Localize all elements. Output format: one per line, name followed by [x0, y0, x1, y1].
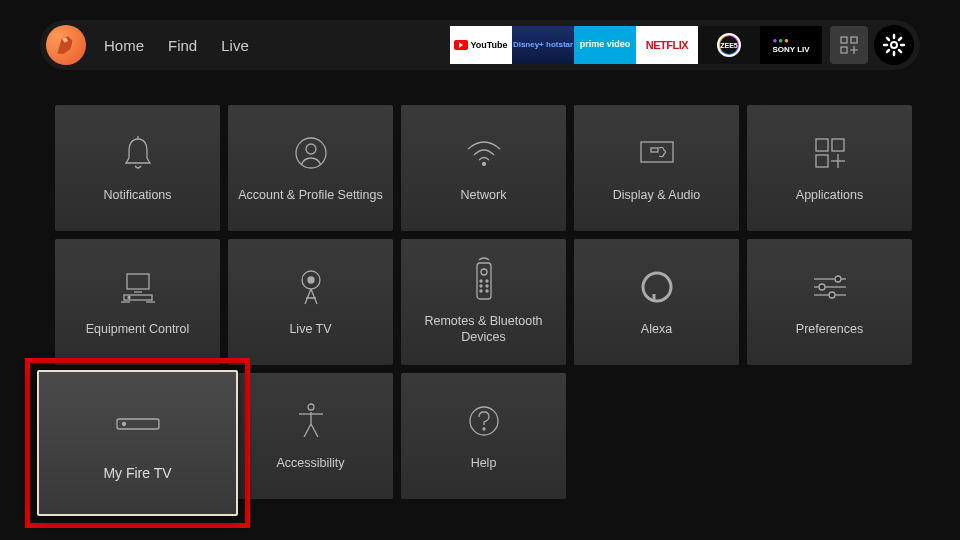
svg-rect-15 [127, 274, 149, 289]
antenna-icon [295, 267, 327, 307]
svg-point-26 [486, 280, 488, 282]
tile-label: Accessibility [276, 455, 344, 471]
profile-avatar[interactable] [46, 25, 86, 65]
tile-help[interactable]: Help [401, 373, 566, 499]
tile-preferences[interactable]: Preferences [747, 239, 912, 365]
svg-point-25 [480, 280, 482, 282]
svg-point-30 [486, 290, 488, 292]
app-sonyliv[interactable]: ●●●SONY LIV [760, 26, 822, 64]
svg-point-3 [891, 42, 897, 48]
firetv-device-icon [113, 404, 163, 444]
svg-rect-9 [651, 148, 658, 152]
tile-label: Alexa [641, 321, 672, 337]
app-netflix-label: NETFLIX [646, 39, 688, 51]
tile-label: Network [461, 187, 507, 203]
selection-highlight: My Fire TV [25, 358, 250, 528]
help-icon [467, 401, 501, 441]
tile-label: My Fire TV [103, 464, 171, 482]
app-zee5-label: ZEE5 [720, 36, 738, 54]
svg-rect-12 [816, 155, 828, 167]
svg-point-38 [308, 404, 314, 410]
bell-icon [121, 133, 155, 173]
svg-point-37 [829, 292, 835, 298]
tile-myfiretv[interactable]: My Fire TV [37, 370, 238, 516]
tile-account[interactable]: Account & Profile Settings [228, 105, 393, 231]
svg-point-29 [480, 290, 482, 292]
tile-label: Help [471, 455, 497, 471]
tile-alexa[interactable]: Alexa [574, 239, 739, 365]
person-icon [294, 133, 328, 173]
svg-point-27 [480, 285, 482, 287]
svg-rect-2 [841, 47, 847, 53]
display-icon [637, 133, 677, 173]
svg-point-22 [308, 277, 314, 283]
app-youtube[interactable]: YouTube [450, 26, 512, 64]
svg-point-7 [482, 162, 485, 165]
svg-rect-10 [816, 139, 828, 151]
top-nav-bar: Home Find Live YouTube Disney+ hotstar p… [40, 20, 920, 70]
tile-label: Equipment Control [86, 321, 190, 337]
tile-notifications[interactable]: Notifications [55, 105, 220, 231]
wifi-icon [464, 133, 504, 173]
svg-rect-11 [832, 139, 844, 151]
nav-find[interactable]: Find [168, 37, 197, 54]
app-disney[interactable]: Disney+ hotstar [512, 26, 574, 64]
tile-label: Account & Profile Settings [238, 187, 383, 203]
nav-home[interactable]: Home [104, 37, 144, 54]
accessibility-icon [295, 401, 327, 441]
app-sonyliv-label: SONY LIV [772, 45, 809, 54]
tile-label: Display & Audio [613, 187, 701, 203]
nav-links: Home Find Live [104, 37, 249, 54]
svg-point-35 [819, 284, 825, 290]
svg-point-46 [122, 422, 125, 425]
nav-live[interactable]: Live [221, 37, 249, 54]
alexa-icon [640, 267, 674, 307]
app-youtube-label: YouTube [470, 40, 507, 50]
svg-point-31 [643, 273, 671, 301]
tile-display[interactable]: Display & Audio [574, 105, 739, 231]
apps-icon [813, 133, 847, 173]
svg-line-42 [311, 424, 318, 437]
svg-line-41 [304, 424, 311, 437]
apps-grid-button[interactable] [830, 26, 868, 64]
svg-point-43 [470, 407, 498, 435]
app-shortcuts: YouTube Disney+ hotstar prime video NETF… [450, 26, 822, 64]
svg-point-44 [483, 428, 485, 430]
svg-point-28 [486, 285, 488, 287]
app-prime[interactable]: prime video [574, 26, 636, 64]
app-netflix[interactable]: NETFLIX [636, 26, 698, 64]
remote-icon [473, 259, 495, 299]
equipment-icon [118, 267, 158, 307]
tile-accessibility[interactable]: Accessibility [228, 373, 393, 499]
tile-label: Applications [796, 187, 863, 203]
app-zee5[interactable]: ZEE5 [698, 26, 760, 64]
tile-label: Preferences [796, 321, 863, 337]
tile-applications[interactable]: Applications [747, 105, 912, 231]
svg-point-24 [481, 269, 487, 275]
tile-remotes[interactable]: Remotes & Bluetooth Devices [401, 239, 566, 365]
svg-point-6 [306, 144, 316, 154]
svg-point-18 [128, 296, 130, 298]
tile-label: Notifications [103, 187, 171, 203]
svg-rect-0 [841, 37, 847, 43]
tile-livetv[interactable]: Live TV [228, 239, 393, 365]
tile-label: Live TV [289, 321, 331, 337]
settings-button[interactable] [874, 25, 914, 65]
app-prime-label: prime video [580, 40, 631, 50]
tile-label: Remotes & Bluetooth Devices [409, 313, 558, 346]
app-disney-label: Disney+ hotstar [513, 41, 573, 50]
tile-network[interactable]: Network [401, 105, 566, 231]
svg-rect-1 [851, 37, 857, 43]
svg-point-5 [296, 138, 326, 168]
svg-point-33 [835, 276, 841, 282]
tile-equipment[interactable]: Equipment Control [55, 239, 220, 365]
sliders-icon [810, 267, 850, 307]
